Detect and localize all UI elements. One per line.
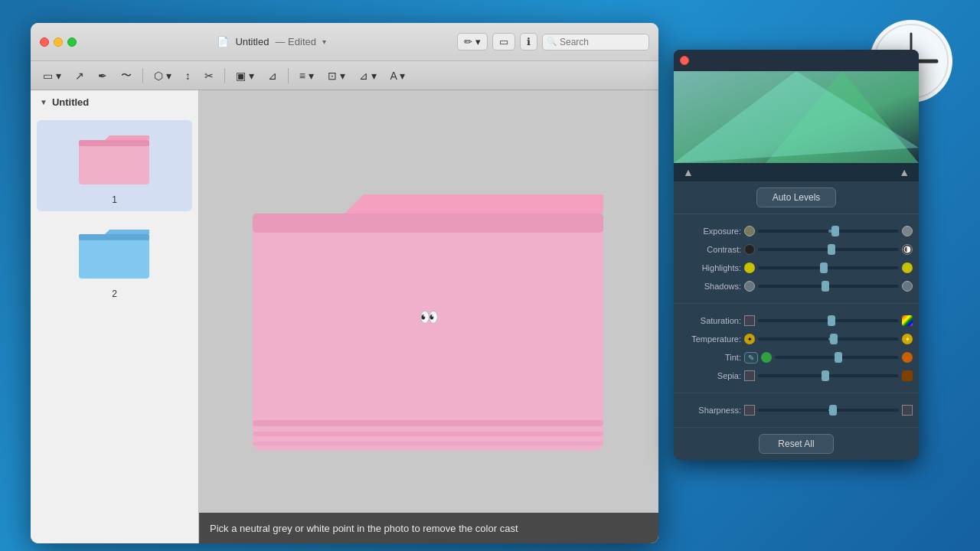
sharpness-row: Sharpness: [680, 401, 913, 419]
main-window: 📄 Untitled — Edited ▾ ✏ ▾ ▭ ℹ 🔍 ▭ ▾ ↗ ✒ … [31, 23, 658, 543]
search-wrapper: 🔍 [542, 34, 649, 51]
highlights-row: Highlights: [680, 259, 913, 277]
sharpness-icon-left [744, 405, 755, 416]
search-input[interactable] [542, 34, 649, 51]
square-tool[interactable]: ▣ ▾ [231, 67, 259, 84]
sepia-icon-left [744, 370, 755, 381]
tint-row: Tint: ✎ [680, 348, 913, 367]
svg-rect-12 [253, 432, 603, 436]
sepia-slider[interactable] [758, 374, 899, 377]
sidebar: ▼ Untitled 1 [31, 90, 199, 543]
sidebar-item-label-1: 1 [112, 194, 117, 205]
sharpness-label: Sharpness: [680, 406, 741, 415]
saturation-slider[interactable] [758, 319, 899, 322]
temperature-icon-right: ✦ [902, 334, 913, 344]
rect-select-tool[interactable]: ▭ ▾ [38, 67, 66, 84]
tint-slider[interactable] [775, 356, 899, 359]
exposure-slider[interactable] [758, 230, 899, 233]
svg-rect-10 [253, 214, 603, 233]
sidebar-item-2[interactable]: 2 [37, 214, 192, 305]
mask-tool[interactable]: ⊿ ▾ [354, 67, 381, 84]
sidebar-title: Untitled [52, 96, 89, 108]
frame-tool[interactable]: ⊡ ▾ [323, 67, 350, 84]
highlights-icon-right [902, 262, 913, 273]
triangle-tool[interactable]: ⊿ [263, 67, 282, 84]
highlights-icon-left [744, 262, 755, 273]
adj-panel-header [674, 50, 919, 71]
saturation-icon-right [902, 315, 913, 326]
sidebar-item-1[interactable]: 1 [37, 120, 192, 211]
divider-4 [674, 427, 919, 428]
color-sliders-section: Saturation: Temperature: ✦ ✦ Tint: ✎ [674, 308, 919, 388]
select-tool-button[interactable]: ▭ [492, 33, 515, 51]
sliders-section: Exposure: Contrast: Highlights: [674, 219, 919, 298]
svg-rect-5 [79, 140, 149, 184]
auto-levels-button[interactable]: Auto Levels [756, 187, 837, 207]
title-chevron-icon[interactable]: ▾ [322, 37, 326, 46]
histogram-svg [674, 71, 919, 163]
histogram-controls: ▲ ▲ [674, 163, 919, 181]
detail-sliders-section: Sharpness: [674, 398, 919, 422]
shadows-icon-left [744, 281, 755, 292]
crop-tool[interactable]: ↕ [181, 67, 195, 84]
exposure-row: Exposure: [680, 222, 913, 240]
svg-rect-9 [253, 214, 603, 451]
sharpness-slider[interactable] [758, 409, 899, 412]
close-button[interactable] [40, 37, 49, 47]
folder-blue-thumbnail [73, 220, 157, 285]
pen-tool[interactable]: ✒ [93, 67, 112, 84]
tooltip-text: Pick a neutral grey or white point in th… [210, 523, 518, 534]
adj-panel-close-button[interactable] [680, 56, 689, 65]
sidebar-arrow-icon[interactable]: ▼ [40, 98, 47, 106]
document-icon: 📄 [217, 36, 229, 47]
text-tool[interactable]: A ▾ [386, 67, 410, 84]
exposure-icon-right [902, 226, 913, 236]
shadows-label: Shadows: [680, 282, 741, 291]
title-bar: 📄 Untitled — Edited ▾ ✏ ▾ ▭ ℹ 🔍 [31, 23, 658, 61]
window-edited: — Edited [275, 36, 316, 47]
content-area: ▼ Untitled 1 [31, 90, 658, 543]
curve-tool[interactable]: 〜 [116, 67, 136, 85]
sidebar-items: 1 2 [31, 114, 198, 311]
temperature-label: Temperature: [680, 334, 741, 344]
arrow-tool[interactable]: ↗ [70, 67, 89, 84]
divider-1 [674, 214, 919, 214]
adjustment-panel: ▲ ▲ Auto Levels Exposure: Contrast: [674, 50, 919, 460]
reset-all-button[interactable]: Reset All [759, 434, 833, 454]
traffic-lights [40, 37, 77, 47]
histogram-shadow-arrow[interactable]: ▲ [683, 166, 694, 178]
align-tool[interactable]: ≡ ▾ [295, 67, 318, 84]
histogram-highlight-arrow[interactable]: ▲ [899, 166, 910, 178]
shadows-row: Shadows: [680, 277, 913, 295]
minimize-button[interactable] [54, 37, 63, 47]
contrast-icon-right [902, 244, 913, 255]
tint-eyedropper-button[interactable]: ✎ [744, 352, 758, 364]
contrast-icon-left [744, 244, 755, 255]
histogram [674, 71, 919, 163]
svg-rect-6 [79, 140, 149, 146]
saturation-label: Saturation: [680, 316, 741, 325]
canvas-area[interactable]: 👀 Pick a neutral grey or white point in … [199, 90, 658, 543]
sidebar-item-label-2: 2 [112, 289, 117, 299]
svg-marker-15 [674, 71, 919, 163]
maximize-button[interactable] [67, 37, 77, 47]
temperature-icon-left: ✦ [744, 334, 755, 344]
sidebar-header: ▼ Untitled [31, 90, 198, 114]
title-bar-center: 📄 Untitled — Edited ▾ [86, 36, 457, 47]
sepia-icon-right [902, 370, 913, 381]
svg-rect-7 [79, 234, 149, 279]
highlights-slider[interactable] [758, 266, 899, 269]
info-button[interactable]: ℹ [520, 33, 537, 51]
svg-rect-8 [79, 234, 149, 240]
second-toolbar: ▭ ▾ ↗ ✒ 〜 ⬡ ▾ ↕ ✂ ▣ ▾ ⊿ ≡ ▾ ⊡ ▾ ⊿ ▾ A ▾ [31, 61, 658, 90]
pen-tool-button[interactable]: ✏ ▾ [457, 33, 488, 51]
exposure-label: Exposure: [680, 227, 741, 236]
svg-rect-11 [253, 420, 603, 426]
shadows-slider[interactable] [758, 285, 899, 288]
window-title: Untitled [235, 36, 269, 47]
temperature-slider[interactable] [758, 337, 899, 341]
scissors-tool[interactable]: ✂ [200, 67, 218, 84]
contrast-slider[interactable] [758, 248, 899, 251]
polygon-tool[interactable]: ⬡ ▾ [149, 67, 176, 84]
saturation-row: Saturation: [680, 311, 913, 330]
